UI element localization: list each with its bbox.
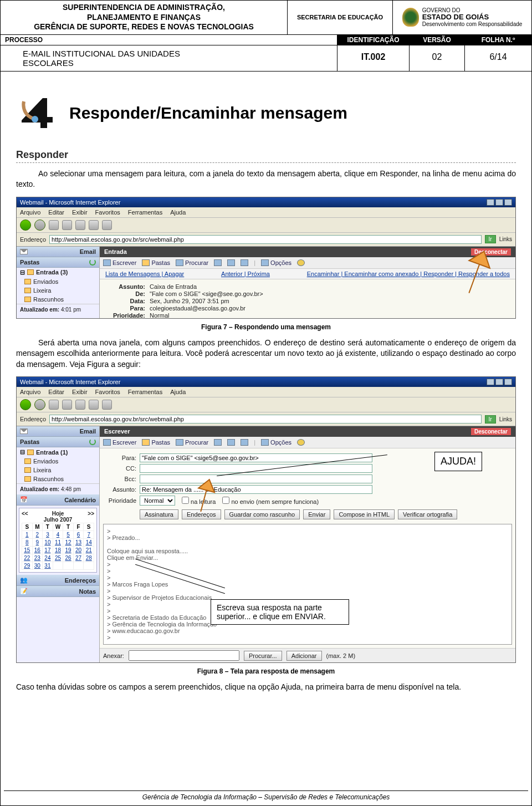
menu-favoritos-2[interactable]: Favoritos — [95, 389, 120, 395]
tool-pastas[interactable]: Pastas — [142, 259, 170, 266]
menu-ajuda-2[interactable]: Ajuda — [170, 389, 186, 395]
sidebar-email-header-2[interactable]: Email — [17, 426, 99, 437]
compose-cc-input[interactable] — [140, 464, 372, 473]
nav-left[interactable]: Lista de Mensagens | Apagar — [104, 271, 185, 277]
address-input[interactable] — [49, 235, 481, 244]
sidebar-email-header[interactable]: Email — [17, 247, 99, 257]
mail-icon — [20, 428, 28, 434]
chk-leitura[interactable]: na leitura — [182, 497, 216, 505]
address-bar-2: Endereço Ir Links — [17, 412, 515, 426]
compose-form: Para: CC: Bcc: Assunto: Prioridade Norma… — [100, 448, 515, 648]
folders-icon — [142, 259, 150, 266]
compose-prioridade-select[interactable]: Normal — [140, 496, 175, 506]
links-label[interactable]: Links — [499, 236, 512, 242]
menu-ferramentas-2[interactable]: Ferramentas — [128, 389, 162, 395]
forward-icon-2[interactable] — [34, 399, 45, 410]
favorites-icon-2[interactable] — [102, 400, 112, 410]
sidebar-calendario-header[interactable]: 📅Calendário — [17, 494, 99, 506]
btn-enderecos[interactable]: Endereços — [182, 509, 221, 519]
sidebar-item-rascunhos-2[interactable]: Rascunhos — [17, 475, 99, 483]
menu-arquivo-2[interactable]: Arquivo — [20, 389, 40, 395]
nav-right[interactable]: Encaminhar | Encaminhar como anexado | R… — [306, 271, 511, 277]
home-icon-2[interactable] — [75, 400, 85, 410]
misc-icon[interactable] — [241, 259, 248, 266]
search-icon-2[interactable] — [89, 400, 99, 410]
links-label-2[interactable]: Links — [499, 416, 512, 422]
calendar-widget[interactable]: <<HojeJulho 2007>> SMTWTFS 1234567 89101… — [19, 508, 97, 573]
menu-arquivo[interactable]: Arquivo — [20, 209, 40, 216]
help-icon[interactable] — [297, 259, 305, 266]
compose-assunto-input[interactable] — [140, 485, 372, 494]
sidebar-pastas-header[interactable]: Pastas — [17, 257, 99, 268]
window-controls-2[interactable] — [487, 379, 512, 385]
help-icon-2[interactable] — [297, 439, 305, 446]
attachment-row: Anexar: Procurar... Adicionar (max. 2 M) — [100, 648, 515, 662]
menu-editar[interactable]: Editar — [48, 209, 64, 216]
stop-icon-2[interactable] — [49, 400, 59, 410]
tool-procurar-2[interactable]: Procurar — [176, 439, 208, 446]
btn-compose-html[interactable]: Compose in HTML — [334, 509, 395, 519]
back-icon-2[interactable] — [20, 399, 31, 410]
misc-icon[interactable] — [214, 439, 222, 446]
sidebar-item-lixeira[interactable]: Lixeira — [17, 286, 99, 295]
tool-opcoes-2[interactable]: Opções — [261, 439, 291, 446]
compose-bcc-input[interactable] — [140, 475, 372, 483]
btn-enviar[interactable]: Enviar — [303, 509, 330, 519]
compose-body-textarea[interactable]: > > Prezado... Coloque aqui sua resposta… — [103, 524, 512, 645]
go-button[interactable]: Ir — [485, 235, 496, 243]
menu-favoritos[interactable]: Favoritos — [95, 209, 120, 216]
misc-icon[interactable] — [227, 259, 235, 266]
refresh-icon-2[interactable] — [62, 400, 72, 410]
home-icon[interactable] — [75, 220, 85, 230]
calendar-table[interactable]: SMTWTFS 1234567 891011121314 15161718192… — [22, 523, 94, 570]
misc-icon[interactable] — [241, 439, 248, 446]
btn-ortografia[interactable]: Verificar ortografia — [398, 509, 457, 519]
sidebar-item-entrada-2[interactable]: ⊟Entrada (1) — [17, 447, 99, 457]
go-button-2[interactable]: Ir — [485, 415, 496, 424]
btn-rascunho[interactable]: Guardar como rascunho — [224, 509, 300, 519]
menu-editar-2[interactable]: Editar — [48, 389, 64, 395]
ie-toolbar[interactable] — [17, 218, 515, 233]
sidebar-item-enviados-2[interactable]: Enviados — [17, 457, 99, 466]
sidebar-pastas-header-2[interactable]: Pastas — [17, 437, 99, 447]
refresh-icon[interactable] — [62, 220, 72, 230]
ie-menubar[interactable]: Arquivo Editar Exibir Favoritos Ferramen… — [17, 207, 515, 218]
disconnect-link[interactable]: Desconectar — [471, 248, 511, 256]
menu-exibir[interactable]: Exibir — [72, 209, 88, 216]
refresh-folders-icon[interactable] — [89, 259, 96, 266]
menu-exibir-2[interactable]: Exibir — [72, 389, 88, 395]
tool-pastas-2[interactable]: Pastas — [142, 439, 170, 446]
sidebar-item-rascunhos[interactable]: Rascunhos — [17, 295, 99, 304]
forward-icon[interactable] — [34, 220, 45, 231]
stop-icon[interactable] — [49, 220, 59, 230]
tool-opcoes[interactable]: Opções — [261, 259, 291, 266]
chk-envio[interactable]: no envio (nem sempre funciona) — [222, 497, 319, 505]
ie-menubar-2[interactable]: Arquivo Editar Exibir Favoritos Ferramen… — [17, 387, 515, 397]
disconnect-link-2[interactable]: Desconectar — [471, 428, 511, 435]
anexar-input[interactable] — [129, 650, 239, 661]
tool-procurar[interactable]: Procurar — [176, 259, 208, 266]
sidebar-item-lixeira-2[interactable]: Lixeira — [17, 466, 99, 475]
refresh-folders-icon[interactable] — [89, 438, 96, 445]
sidebar-item-enviados[interactable]: Enviados — [17, 277, 99, 286]
favorites-icon[interactable] — [102, 220, 112, 230]
btn-procurar[interactable]: Procurar... — [244, 651, 282, 661]
menu-ferramentas[interactable]: Ferramentas — [128, 209, 162, 216]
back-icon[interactable] — [20, 220, 31, 231]
sidebar-enderecos-header[interactable]: 👥Endereços — [17, 575, 99, 586]
nav-mid[interactable]: Anterior | Próxima — [220, 271, 271, 277]
tool-escrever-2[interactable]: Escrever — [103, 439, 136, 446]
processo-value: E-MAIL INSTITUCIONAL DAS UNIDADES ESCOLA… — [1, 45, 337, 71]
misc-icon[interactable] — [214, 259, 222, 266]
menu-ajuda[interactable]: Ajuda — [170, 209, 186, 216]
search-icon[interactable] — [89, 220, 99, 230]
btn-adicionar[interactable]: Adicionar — [287, 651, 322, 661]
sidebar-item-entrada[interactable]: ⊟Entrada (3) — [17, 268, 99, 277]
ie-toolbar-2[interactable] — [17, 397, 515, 412]
window-controls[interactable] — [487, 199, 512, 206]
sidebar-notas-header[interactable]: 📝Notas — [17, 586, 99, 597]
address-input-2[interactable] — [49, 415, 481, 424]
misc-icon[interactable] — [227, 439, 235, 446]
tool-escrever[interactable]: Escrever — [103, 259, 136, 266]
btn-assinatura[interactable]: Assinatura — [140, 509, 178, 519]
